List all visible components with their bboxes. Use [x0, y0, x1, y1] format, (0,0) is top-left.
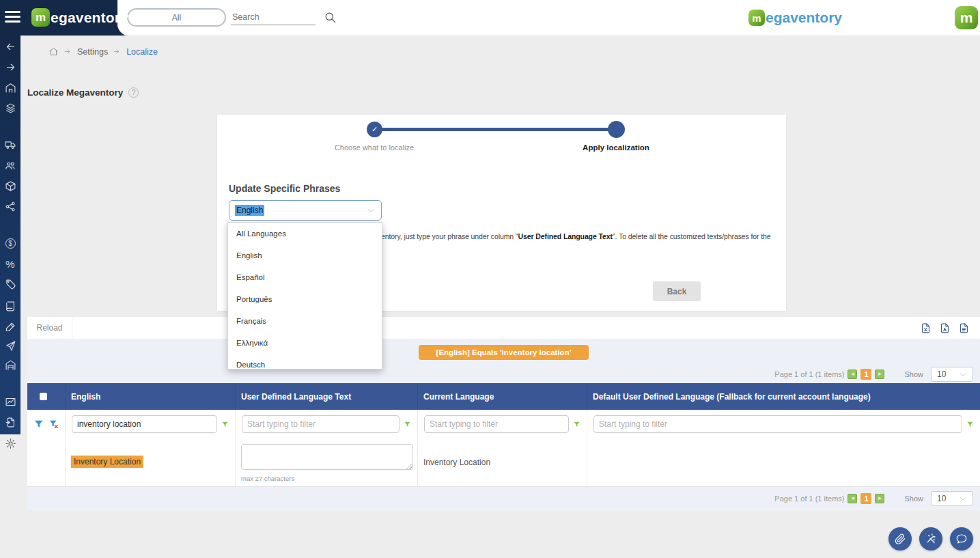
- show-label: Show: [904, 370, 923, 378]
- breadcrumb-arrow-icon: [64, 47, 72, 56]
- prev-page-icon[interactable]: ◄: [848, 369, 857, 379]
- sidebar-item-truck[interactable]: [0, 137, 20, 153]
- col-header-current-language[interactable]: Current Language: [418, 383, 587, 410]
- dropdown-chevron-icon: [959, 494, 967, 503]
- excel-export-icon[interactable]: [920, 322, 932, 334]
- current-language-value: Inventory Location: [418, 438, 587, 486]
- layers-icon: [5, 102, 16, 114]
- next-page-icon[interactable]: ►: [875, 494, 884, 503]
- english-phrase-highlighted: Inventory Location: [71, 456, 143, 468]
- breadcrumb-localize[interactable]: Localize: [126, 47, 158, 57]
- chat-icon: [955, 533, 968, 545]
- prev-page-icon[interactable]: ◄: [848, 494, 857, 503]
- page-summary: Page 1 of 1 (1 items): [774, 494, 844, 503]
- attachments-button[interactable]: [888, 527, 912, 550]
- export-icons: [920, 322, 980, 334]
- language-dropdown-list[interactable]: All LanguagesEnglishEspañolPortuguêsFran…: [227, 222, 382, 369]
- column-filter-icon[interactable]: [221, 420, 229, 429]
- step-done-icon: ✓: [367, 122, 382, 137]
- filter-apply-icon[interactable]: [33, 418, 44, 430]
- breadcrumb-arrow-icon: [113, 47, 122, 56]
- column-filter-icon[interactable]: [966, 420, 974, 429]
- column-filter-icon[interactable]: [573, 420, 580, 429]
- filter-clear-icon[interactable]: [48, 418, 59, 430]
- select-all-checkbox[interactable]: [40, 393, 47, 400]
- breadcrumb: Settings Localize: [48, 46, 158, 57]
- center-logo-cube-icon: m: [748, 10, 765, 26]
- step1-label: Choose what to localize: [299, 143, 449, 152]
- filter-input-default-user-defined[interactable]: [593, 415, 962, 433]
- forward-arrow-icon: [5, 61, 16, 73]
- col-header-default-user-defined[interactable]: Default User Defined Language (Fallback …: [587, 383, 980, 410]
- instruction-text: entory, just type your phrase under colu…: [381, 232, 771, 240]
- language-option[interactable]: Deutsch: [228, 354, 382, 369]
- back-button[interactable]: Back: [653, 281, 701, 301]
- current-page[interactable]: 1: [860, 369, 871, 380]
- sidebar-item-reports[interactable]: [0, 393, 20, 410]
- search-input[interactable]: [231, 10, 316, 25]
- sidebar-item-discounts[interactable]: %: [0, 255, 20, 272]
- language-option[interactable]: English: [228, 245, 382, 266]
- sidebar-item-warehouses[interactable]: [0, 357, 20, 373]
- pdf-export-icon[interactable]: [939, 322, 951, 334]
- network-icon: [5, 201, 16, 212]
- chat-button[interactable]: [950, 527, 973, 550]
- sidebar-item-forward[interactable]: [0, 59, 20, 75]
- page-summary: Page 1 of 1 (1 items): [774, 370, 844, 378]
- column-filter-icon[interactable]: [404, 420, 411, 429]
- language-option[interactable]: All Languages: [228, 223, 382, 245]
- paperclip-icon: [894, 533, 906, 545]
- sidebar-item-customize[interactable]: [0, 318, 20, 335]
- sidebar-item-settings[interactable]: [0, 434, 20, 452]
- language-option[interactable]: Español: [228, 266, 382, 288]
- page-size-select[interactable]: 10: [931, 491, 973, 506]
- center-brand-logo: m egaventory: [748, 10, 842, 26]
- help-icon[interactable]: ?: [128, 87, 139, 98]
- language-option[interactable]: Português: [228, 288, 382, 310]
- dollar-icon: $: [5, 238, 16, 249]
- step-current-dot: [608, 121, 625, 138]
- warehouse-icon: [5, 359, 16, 371]
- sidebar-item-layers[interactable]: [0, 100, 20, 116]
- col-header-english[interactable]: English: [66, 383, 236, 410]
- current-page[interactable]: 1: [860, 493, 871, 504]
- max-characters-note: max 27 characters: [241, 475, 412, 482]
- user-defined-text-input[interactable]: [241, 444, 413, 470]
- filter-input-english[interactable]: [72, 415, 217, 433]
- sidebar: $ %: [0, 36, 20, 445]
- search-icon[interactable]: [324, 11, 337, 27]
- reload-button[interactable]: Reload: [27, 317, 72, 339]
- language-select[interactable]: English: [229, 200, 382, 221]
- sidebar-item-back[interactable]: [0, 38, 20, 55]
- sidebar-item-data-import[interactable]: [0, 414, 20, 430]
- sidebar-item-buildings[interactable]: [0, 79, 20, 96]
- filter-input-current-language[interactable]: [424, 415, 569, 433]
- language-option[interactable]: Français: [228, 310, 382, 332]
- home-icon[interactable]: [48, 46, 59, 57]
- search-field-wrap: [231, 10, 316, 25]
- sidebar-item-currency[interactable]: $: [0, 235, 20, 251]
- sidebar-item-contacts[interactable]: [0, 157, 20, 173]
- search-scope-select[interactable]: All: [127, 8, 226, 27]
- language-option[interactable]: Ελληνικά: [228, 332, 382, 354]
- magic-wand-button[interactable]: [919, 527, 942, 550]
- sidebar-item-campaigns[interactable]: [0, 337, 20, 354]
- active-filter-chip[interactable]: [English] Equals 'inventory location': [419, 345, 589, 360]
- breadcrumb-settings[interactable]: Settings: [77, 47, 108, 57]
- sidebar-item-integrations[interactable]: [0, 198, 20, 214]
- sidebar-item-documents[interactable]: [0, 298, 20, 314]
- col-header-user-defined[interactable]: User Defined Language Text: [236, 383, 418, 410]
- next-page-icon[interactable]: ►: [875, 369, 884, 379]
- top-bar: m egaventory All m egaventory m: [0, 0, 980, 36]
- doc-export-icon[interactable]: [958, 322, 970, 334]
- app-logo[interactable]: m egaventory: [31, 8, 128, 27]
- hamburger-menu-icon[interactable]: [5, 11, 20, 24]
- sidebar-item-tags[interactable]: [0, 276, 20, 292]
- account-avatar[interactable]: m: [955, 6, 978, 29]
- account-cube-icon: m: [955, 6, 978, 29]
- table-row: Inventory Location max 27 characters Inv…: [27, 438, 980, 487]
- gear-icon: [5, 438, 16, 449]
- sidebar-item-products[interactable]: [0, 178, 20, 194]
- page-size-select[interactable]: 10: [931, 367, 973, 382]
- filter-input-user-defined[interactable]: [242, 415, 400, 433]
